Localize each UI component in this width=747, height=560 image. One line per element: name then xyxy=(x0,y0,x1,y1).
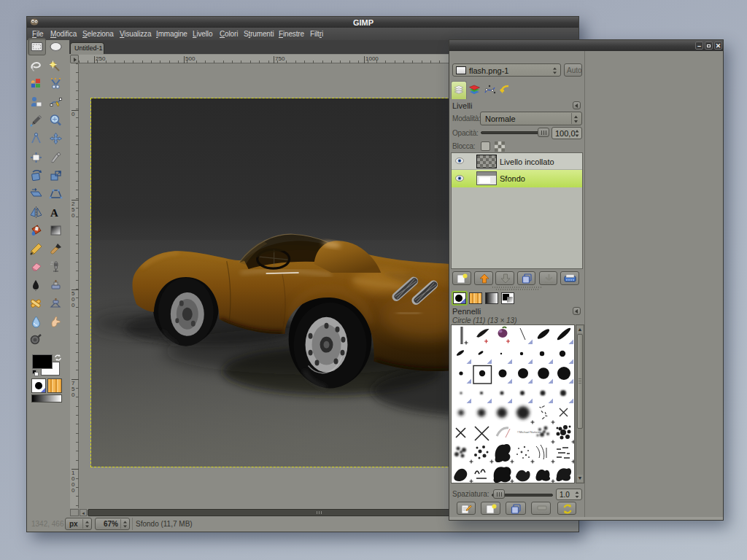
svg-text:©Michael Natterer: ©Michael Natterer xyxy=(517,430,541,434)
